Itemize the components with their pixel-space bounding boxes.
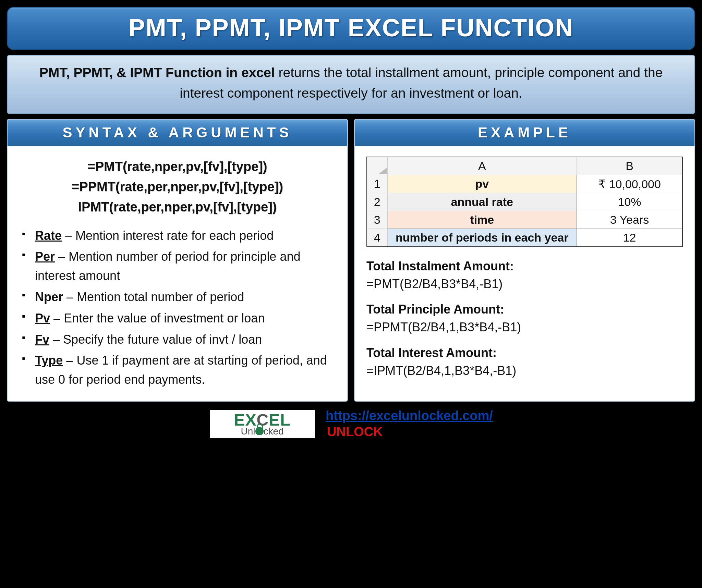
result-ipmt-formula: =IPMT(B2/B4,1,B3*B4,-B1) <box>366 362 683 380</box>
rownum-4: 4 <box>367 229 387 247</box>
syntax-lines: =PMT(rate,nper,pv,[fv],[type]) =PPMT(rat… <box>19 157 336 217</box>
arg-name-fv: Fv <box>35 332 49 346</box>
arg-fv: Fv – Specify the future value of invt / … <box>19 330 336 349</box>
lock-icon <box>255 427 264 435</box>
syntax-line-1: =PPMT(rate,per,nper,pv,[fv],[type]) <box>19 177 336 197</box>
result-ppmt-title: Total Principle Amount: <box>366 301 683 318</box>
syntax-body: =PMT(rate,nper,pv,[fv],[type]) =PPMT(rat… <box>8 146 347 401</box>
result-ipmt: Total Interest Amount: =IPMT(B2/B4,1,B3*… <box>366 344 683 380</box>
footer-links: https://excelunlocked.com/ UNLOCK <box>326 408 493 440</box>
example-header: EXAMPLE <box>355 120 694 146</box>
arg-desc-per: – Mention number of period for principle… <box>35 249 300 283</box>
table-corner <box>367 157 387 175</box>
cell-a1: pv <box>387 175 577 193</box>
rownum-1: 1 <box>367 175 387 193</box>
result-pmt-title: Total Instalment Amount: <box>366 257 683 275</box>
syntax-line-0: =PMT(rate,nper,pv,[fv],[type]) <box>19 157 336 177</box>
example-body: A B 1 pv ₹ 10,00,000 2 annual rate 10% 3… <box>355 146 694 397</box>
arg-list: Rate – Mention interest rate for each pe… <box>19 226 336 389</box>
arg-desc-fv: – Specify the future value of invt / loa… <box>49 332 262 346</box>
cell-a4: number of periods in each year <box>387 229 577 247</box>
example-card: EXAMPLE A B 1 pv ₹ 10,00,000 2 annual ra… <box>354 119 695 402</box>
logo-sub-b: cked <box>264 426 284 437</box>
rownum-3: 3 <box>367 211 387 229</box>
arg-name-rate: Rate <box>35 229 62 243</box>
columns: SYNTAX & ARGUMENTS =PMT(rate,nper,pv,[fv… <box>7 119 695 402</box>
cell-b3: 3 Years <box>577 211 682 229</box>
arg-desc-type: – Use 1 if payment are at starting of pe… <box>35 353 327 387</box>
syntax-header: SYNTAX & ARGUMENTS <box>8 120 347 146</box>
cell-b4: 12 <box>577 229 682 247</box>
cell-b1: ₹ 10,00,000 <box>577 175 682 193</box>
syntax-card: SYNTAX & ARGUMENTS =PMT(rate,nper,pv,[fv… <box>7 119 348 402</box>
cell-a3: time <box>387 211 577 229</box>
arg-name-nper: Nper <box>35 290 63 304</box>
arg-rate: Rate – Mention interest rate for each pe… <box>19 226 336 245</box>
col-b: B <box>577 157 682 175</box>
logo: EXCEL Unlcked <box>209 409 315 439</box>
arg-desc-pv: – Enter the value of investment or loan <box>50 311 265 325</box>
syntax-line-2: IPMT(rate,per,nper,pv,[fv],[type]) <box>19 197 336 217</box>
arg-per: Per – Mention number of period for princ… <box>19 247 336 285</box>
example-results: Total Instalment Amount: =PMT(B2/B4,B3*B… <box>366 257 683 380</box>
title-banner: PMT, PPMT, IPMT EXCEL FUNCTION <box>7 7 695 50</box>
cell-a2: annual rate <box>387 193 577 211</box>
arg-type: Type – Use 1 if payment are at starting … <box>19 351 336 389</box>
result-ipmt-title: Total Interest Amount: <box>366 344 683 362</box>
result-pmt: Total Instalment Amount: =PMT(B2/B4,B3*B… <box>366 257 683 293</box>
col-a: A <box>387 157 577 175</box>
arg-name-pv: Pv <box>35 311 50 325</box>
logo-sub-a: Unl <box>241 426 255 437</box>
cell-b2: 10% <box>577 193 682 211</box>
arg-name-per: Per <box>35 249 55 264</box>
example-table: A B 1 pv ₹ 10,00,000 2 annual rate 10% 3… <box>366 157 683 247</box>
result-ppmt-formula: =PPMT(B2/B4,1,B3*B4,-B1) <box>366 318 683 336</box>
footer: EXCEL Unlcked https://excelunlocked.com/… <box>7 408 695 440</box>
rownum-2: 2 <box>367 193 387 211</box>
arg-desc-nper: – Mention total number of period <box>63 290 244 304</box>
footer-url-link[interactable]: https://excelunlocked.com/ <box>326 408 493 423</box>
logo-sub: Unlcked <box>216 426 308 437</box>
arg-pv: Pv – Enter the value of investment or lo… <box>19 309 336 328</box>
subtitle-bold: PMT, PPMT, & IPMT Function in excel <box>39 65 275 80</box>
result-ppmt: Total Principle Amount: =PPMT(B2/B4,1,B3… <box>366 301 683 336</box>
result-pmt-formula: =PMT(B2/B4,B3*B4,-B1) <box>366 275 683 293</box>
arg-name-type: Type <box>35 353 63 367</box>
subtitle-banner: PMT, PPMT, & IPMT Function in excel retu… <box>7 55 695 114</box>
footer-unlock: UNLOCK <box>327 425 383 439</box>
arg-desc-rate: – Mention interest rate for each period <box>62 229 274 243</box>
arg-nper: Nper – Mention total number of period <box>19 287 336 307</box>
